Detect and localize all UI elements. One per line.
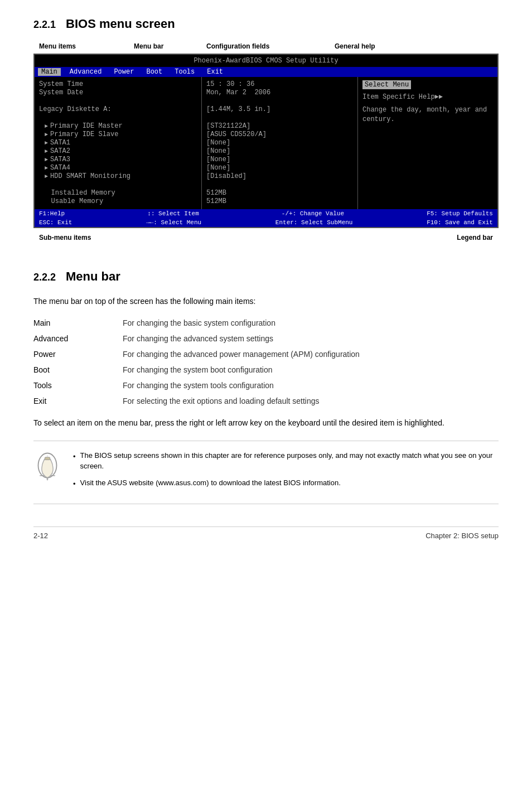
bios-item-sata4[interactable]: ►SATA4 — [39, 164, 197, 172]
bios-field-hdd-smart: [Disabled] — [206, 172, 353, 180]
notice-box: • The BIOS setup screens shown in this c… — [33, 441, 499, 505]
bios-menu-power[interactable]: Power — [110, 68, 137, 76]
bios-field-installed-mem: 512MB — [206, 189, 353, 197]
bios-status-bar: F1:Help ↕: Select Item -/+: Change Value… — [35, 209, 497, 218]
menu-name-tools: Tools — [33, 378, 123, 393]
status-arrows-select-menu: →←: Select Menu — [146, 219, 201, 226]
menu-description-table: Main For changing the basic system confi… — [33, 315, 499, 409]
status-esc-exit: ESC: Exit — [39, 219, 72, 226]
label-general-help: General help — [335, 42, 499, 50]
bios-menu-tools[interactable]: Tools — [171, 68, 198, 76]
diagram-labels: Menu items Menu bar Configuration fields… — [33, 42, 499, 50]
bios-item-primary-ide-master[interactable]: ►Primary IDE Master — [39, 122, 197, 130]
section-2-intro: The menu bar on top of the screen has th… — [33, 295, 499, 307]
bios-field-diskette: [1.44M, 3.5 in.] — [206, 105, 353, 113]
menu-name-main: Main — [33, 315, 123, 331]
bios-item-spacer3 — [39, 181, 197, 189]
bios-menu-advanced[interactable]: Advanced — [66, 68, 105, 76]
notice-content: • The BIOS setup screens shown in this c… — [73, 450, 499, 495]
status-f1-help: F1:Help — [39, 210, 65, 217]
sublabel-row: Sub-menu items Legend bar — [33, 231, 499, 253]
menu-name-exit: Exit — [33, 393, 123, 409]
bios-item-specific-label: Item Specific Help►► — [362, 93, 493, 102]
bios-menu-main[interactable]: Main — [38, 68, 61, 76]
section-2-title: Menu bar — [66, 269, 120, 284]
menu-desc-exit: For selecting the exit options and loadi… — [123, 393, 499, 409]
bios-menu-exit[interactable]: Exit — [204, 68, 226, 76]
label-menu-items: Menu items — [39, 42, 134, 50]
footer-chapter: Chapter 2: BIOS setup — [425, 532, 499, 540]
bios-item-system-time[interactable]: System Time — [39, 80, 197, 88]
bios-item-system-date[interactable]: System Date — [39, 89, 197, 96]
label-config-fields: Configuration fields — [206, 42, 335, 50]
notice-bullet-2: • Visit the ASUS website (www.asus.com) … — [73, 477, 499, 490]
bios-select-menu-label: Select Menu — [362, 80, 411, 89]
label-menu-bar: Menu bar — [134, 42, 206, 50]
bios-field-sata4: [None] — [206, 164, 353, 172]
pencil-icon — [33, 450, 61, 481]
bios-field-usable-mem: 512MB — [206, 197, 353, 205]
menu-desc-boot: For changing the system boot configurati… — [123, 362, 499, 378]
bios-item-spacer2 — [39, 114, 197, 122]
section-2-heading: 2.2.2 Menu bar — [33, 269, 499, 284]
notice-text-2: Visit the ASUS website (www.asus.com) to… — [80, 477, 341, 489]
bios-body: System Time System Date Legacy Diskette … — [35, 77, 497, 209]
bullet-dot-2: • — [73, 479, 76, 490]
bios-field-system-time: 15 : 30 : 36 — [206, 80, 353, 88]
bios-item-sata1[interactable]: ►SATA1 — [39, 139, 197, 147]
status-f10-save: F10: Save and Exit — [427, 219, 493, 226]
bios-field-spacer2 — [206, 114, 353, 122]
bios-item-legacy-diskette[interactable]: Legacy Diskette A: — [39, 105, 197, 113]
bios-field-primary-master: [ST321122A] — [206, 122, 353, 130]
bios-item-primary-ide-slave[interactable]: ►Primary IDE Slave — [39, 131, 197, 138]
section-1-number: 2.2.1 — [33, 19, 56, 31]
menu-item-advanced: Advanced For changing the advanced syste… — [33, 331, 499, 346]
bios-help-description: Change the day, month, year and century. — [362, 105, 493, 124]
bios-field-sata2: [None] — [206, 147, 353, 155]
status-enter-submenu: Enter: Select SubMenu — [275, 219, 353, 226]
bios-item-sata2[interactable]: ►SATA2 — [39, 147, 197, 155]
menu-desc-power: For changing the advanced power manageme… — [123, 346, 499, 362]
status-arrows-select-item: ↕: Select Item — [147, 210, 199, 217]
bios-field-sata3: [None] — [206, 156, 353, 163]
navigation-note: To select an item on the menu bar, press… — [33, 417, 499, 429]
bios-title-bar: Phoenix-AwardBIOS CMOS Setup Utility — [35, 55, 497, 67]
status-f5-defaults: F5: Setup Defaults — [427, 210, 493, 217]
notice-bullet-1: • The BIOS setup screens shown in this c… — [73, 450, 499, 472]
menu-item-power: Power For changing the advanced power ma… — [33, 346, 499, 362]
bios-left-panel: System Time System Date Legacy Diskette … — [35, 77, 202, 209]
bios-item-installed-memory[interactable]: Installed Memory — [39, 189, 197, 197]
menu-desc-tools: For changing the system tools configurat… — [123, 378, 499, 393]
menu-desc-main: For changing the basic system configurat… — [123, 315, 499, 331]
notice-icon — [33, 450, 64, 482]
menu-name-power: Power — [33, 346, 123, 362]
page-footer: 2-12 Chapter 2: BIOS setup — [33, 526, 499, 540]
section-2: 2.2.2 Menu bar The menu bar on top of th… — [33, 269, 499, 504]
bullet-dot-1: • — [73, 451, 76, 462]
bios-item-spacer1 — [39, 97, 197, 105]
section-2-number: 2.2.2 — [33, 272, 56, 283]
bios-item-sata3[interactable]: ►SATA3 — [39, 156, 197, 163]
sublabel-legend-bar: Legend bar — [457, 234, 493, 241]
menu-item-tools: Tools For changing the system tools conf… — [33, 378, 499, 393]
bios-field-primary-slave: [ASUS CDS520/A] — [206, 131, 353, 138]
menu-item-main: Main For changing the basic system confi… — [33, 315, 499, 331]
bios-field-spacer1 — [206, 97, 353, 105]
bios-status-bar-2: ESC: Exit →←: Select Menu Enter: Select … — [35, 218, 497, 227]
bios-field-spacer3 — [206, 181, 353, 189]
menu-desc-advanced: For changing the advanced system setting… — [123, 331, 499, 346]
notice-text-1: The BIOS setup screens shown in this cha… — [80, 450, 499, 472]
footer-page-number: 2-12 — [33, 532, 48, 540]
bios-field-sata1: [None] — [206, 139, 353, 147]
bios-middle-panel: 15 : 30 : 36 Mon, Mar 2 2006 [1.44M, 3.5… — [202, 77, 358, 209]
status-change-value: -/+: Change Value — [282, 210, 344, 217]
menu-item-exit: Exit For selecting the exit options and … — [33, 393, 499, 409]
bios-item-usable-memory[interactable]: Usable Memory — [39, 197, 197, 205]
bios-item-hdd-smart[interactable]: ►HDD SMART Monitoring — [39, 172, 197, 180]
svg-rect-4 — [45, 457, 50, 460]
menu-name-boot: Boot — [33, 362, 123, 378]
bios-right-panel: Select Menu Item Specific Help►► Change … — [358, 77, 497, 209]
section-1-heading: 2.2.1 BIOS menu screen — [33, 17, 499, 31]
menu-name-advanced: Advanced — [33, 331, 123, 346]
bios-menu-boot[interactable]: Boot — [143, 68, 166, 76]
